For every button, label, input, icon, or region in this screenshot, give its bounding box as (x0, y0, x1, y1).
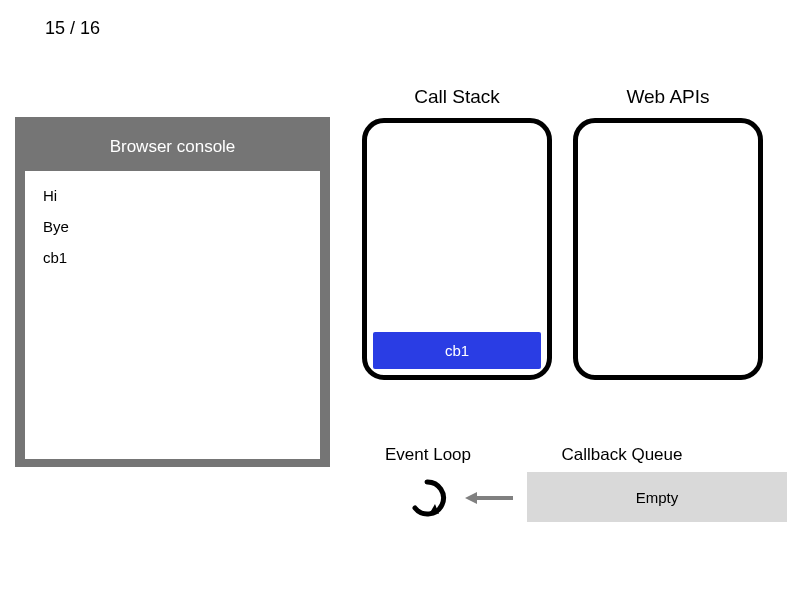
slide-counter: 15 / 16 (45, 18, 100, 39)
browser-console-panel: Browser console Hi Bye cb1 (15, 117, 330, 467)
console-line: cb1 (43, 249, 302, 266)
web-apis-label: Web APIs (573, 86, 763, 108)
stack-frame: cb1 (373, 332, 541, 369)
event-loop-label: Event Loop (363, 445, 493, 465)
svg-marker-2 (465, 492, 477, 504)
callback-queue-box: Empty (527, 472, 787, 522)
arrow-left-icon (463, 486, 515, 514)
console-line: Bye (43, 218, 302, 235)
loop-icon (407, 478, 447, 522)
console-title: Browser console (25, 127, 320, 171)
callback-queue-empty-label: Empty (636, 489, 679, 506)
web-apis-box (573, 118, 763, 380)
console-body: Hi Bye cb1 (25, 171, 320, 459)
call-stack-box: cb1 (362, 118, 552, 380)
callback-queue-label: Callback Queue (542, 445, 702, 465)
console-line: Hi (43, 187, 302, 204)
call-stack-label: Call Stack (362, 86, 552, 108)
